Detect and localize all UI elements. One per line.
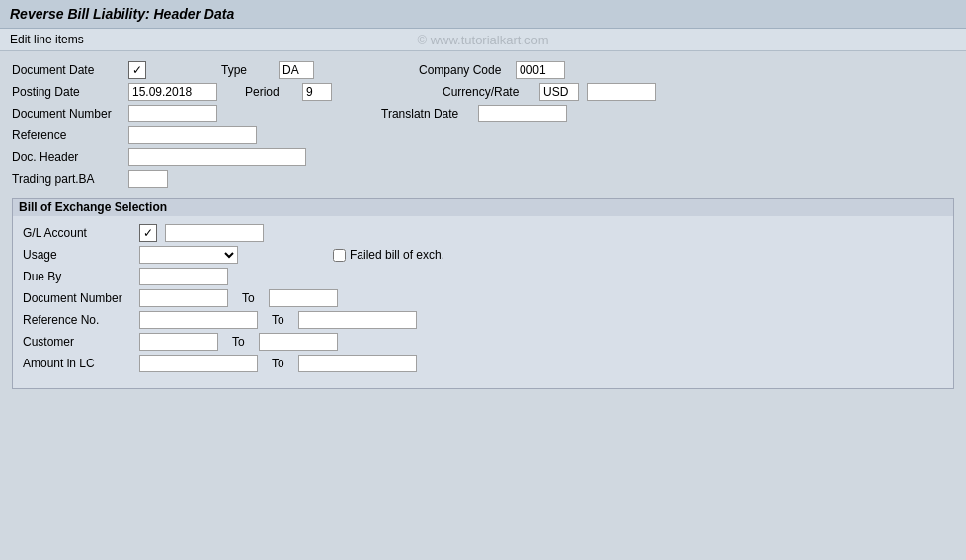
failed-bill-container: Failed bill of exch. — [333, 248, 444, 262]
due-by-input[interactable] — [139, 268, 228, 285]
menu-bar: Edit line items © www.tutorialkart.com — [0, 29, 966, 51]
row-reference: Reference — [12, 126, 954, 144]
type-input[interactable]: DA — [279, 61, 314, 79]
watermark: © www.tutorialkart.com — [417, 33, 548, 47]
bill-doc-number-to-input[interactable] — [269, 289, 338, 307]
bill-doc-number-label: Document Number — [23, 291, 131, 305]
row-posting-date: Posting Date 15.09.2018 Period 9 Currenc… — [12, 83, 954, 101]
reference-no-label: Reference No. — [23, 313, 131, 327]
to-label-ref: To — [272, 313, 284, 327]
currency-input[interactable]: USD — [539, 83, 579, 101]
posting-date-label: Posting Date — [12, 85, 121, 99]
customer-label: Customer — [23, 335, 131, 349]
row-gl-account: G/L Account ✓ — [23, 224, 943, 242]
due-by-label: Due By — [23, 270, 131, 283]
row-bill-doc-number: Document Number To — [23, 289, 943, 307]
header-form: Document Date ✓ Type DA Company Code 000… — [12, 61, 954, 188]
row-reference-no: Reference No. To — [23, 311, 943, 329]
document-date-label: Document Date — [12, 63, 121, 77]
doc-header-input[interactable] — [128, 148, 306, 166]
gl-account-label: G/L Account — [23, 226, 131, 240]
amount-lc-input[interactable] — [139, 355, 258, 372]
to-label-doc: To — [242, 291, 255, 305]
posting-date-input[interactable]: 15.09.2018 — [128, 83, 217, 101]
trading-part-label: Trading part.BA — [12, 172, 121, 186]
row-customer: Customer To — [23, 333, 943, 351]
reference-no-to-input[interactable] — [298, 311, 417, 329]
usage-label: Usage — [23, 248, 131, 262]
document-date-checkbox[interactable]: ✓ — [128, 61, 146, 79]
title-bar: Reverse Bill Liability: Header Data — [0, 0, 966, 29]
row-amount-lc: Amount in LC To — [23, 355, 943, 372]
bill-doc-number-input[interactable] — [139, 289, 228, 307]
period-label: Period — [245, 85, 294, 99]
amount-lc-to-input[interactable] — [298, 355, 417, 372]
document-number-input[interactable] — [128, 105, 217, 122]
to-label-customer: To — [232, 335, 245, 349]
row-document-number: Document Number Translatn Date — [12, 105, 954, 122]
bill-selection-title: Bill of Exchange Selection — [13, 199, 953, 216]
failed-bill-label: Failed bill of exch. — [350, 248, 444, 262]
bill-selection-group: Bill of Exchange Selection G/L Account ✓… — [12, 198, 954, 389]
type-label: Type — [221, 63, 271, 77]
company-code-input[interactable]: 0001 — [516, 61, 565, 79]
translation-date-label: Translatn Date — [381, 107, 470, 120]
row-trading-part: Trading part.BA — [12, 170, 954, 188]
rate-input[interactable] — [587, 83, 656, 101]
failed-bill-checkbox[interactable] — [333, 249, 346, 262]
amount-lc-label: Amount in LC — [23, 357, 131, 370]
period-input[interactable]: 9 — [302, 83, 332, 101]
page-title: Reverse Bill Liability: Header Data — [10, 6, 234, 22]
doc-header-label: Doc. Header — [12, 150, 121, 164]
usage-dropdown[interactable] — [139, 246, 238, 264]
row-usage: Usage Failed bill of exch. — [23, 246, 943, 264]
reference-input[interactable] — [128, 126, 257, 144]
to-label-amount: To — [272, 357, 284, 370]
gl-account-input[interactable] — [165, 224, 264, 242]
row-doc-header: Doc. Header — [12, 148, 954, 166]
currency-rate-label: Currency/Rate — [443, 85, 531, 99]
customer-to-input[interactable] — [259, 333, 338, 351]
edit-line-items-menu[interactable]: Edit line items — [10, 33, 84, 46]
reference-label: Reference — [12, 128, 121, 142]
gl-account-checkbox[interactable]: ✓ — [139, 224, 157, 242]
row-due-by: Due By — [23, 268, 943, 285]
customer-input[interactable] — [139, 333, 218, 351]
trading-part-input[interactable] — [128, 170, 168, 188]
company-code-label: Company Code — [419, 63, 508, 77]
reference-no-input[interactable] — [139, 311, 258, 329]
row-document-date: Document Date ✓ Type DA Company Code 000… — [12, 61, 954, 79]
content-area: Document Date ✓ Type DA Company Code 000… — [0, 51, 966, 399]
document-number-label: Document Number — [12, 107, 121, 120]
translation-date-input[interactable] — [478, 105, 567, 122]
